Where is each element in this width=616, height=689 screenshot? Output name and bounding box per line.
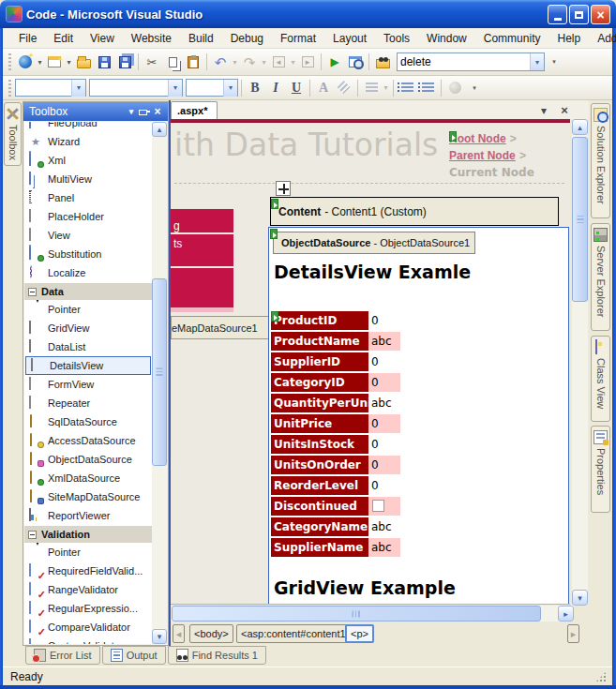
style-combo-dropdown[interactable]: ▾ [71, 80, 85, 97]
cut-button[interactable]: ✂ [142, 52, 162, 72]
toolbox-item-regularexpressionvalidator[interactable]: ✓RegularExpressio... [24, 599, 152, 618]
toolbox-item-placeholder[interactable]: PlaceHolder [24, 207, 152, 226]
smart-tag-icon[interactable] [270, 229, 278, 239]
toolbox-item-xml[interactable]: Xml [24, 151, 152, 170]
italic-button[interactable]: I [265, 78, 286, 98]
menu-build[interactable]: Build [180, 30, 222, 47]
toolbox-item-substitution[interactable]: Substitution [24, 245, 152, 263]
smart-tag-icon[interactable] [449, 131, 457, 142]
toolbox-item-sitemapdatasource[interactable]: SiteMapDataSource [24, 487, 152, 506]
redo-dropdown[interactable]: ▾ [260, 52, 268, 72]
font-input[interactable] [90, 81, 168, 96]
scroll-up-button[interactable]: ▴ [152, 122, 167, 137]
menu-addins[interactable]: Addins [589, 30, 616, 47]
navigate-back-dropdown[interactable]: ▾ [289, 52, 297, 72]
menu-tools[interactable]: Tools [375, 30, 418, 47]
search-combo-dropdown[interactable]: ▾ [530, 53, 544, 70]
toolbox-close-icon[interactable]: × [151, 105, 164, 118]
resize-grip[interactable] [595, 671, 607, 682]
server-explorer-tab[interactable]: Server Explorer [591, 223, 610, 331]
toolbox-item-accessdatasource[interactable]: AccessDataSource [24, 431, 152, 450]
move-handle[interactable] [276, 181, 291, 196]
find-in-files-button[interactable] [372, 52, 393, 72]
tag-body[interactable]: <body> [189, 624, 233, 643]
tag-p[interactable]: <p> [345, 624, 374, 643]
align-dropdown[interactable]: ▾ [382, 78, 390, 98]
toolbar-grip[interactable] [8, 53, 11, 70]
toolbox-item-gridview[interactable]: GridView [24, 319, 152, 337]
style-input[interactable] [16, 81, 71, 96]
align-left-button[interactable] [361, 78, 382, 98]
sitemapdatasource-control[interactable]: eMapDataSource1 [171, 316, 272, 339]
collapse-icon[interactable] [28, 288, 37, 296]
toolbar-overflow-button[interactable]: ▾ [548, 52, 560, 71]
search-input[interactable] [398, 54, 530, 69]
start-debug-button[interactable]: ▶ [324, 52, 345, 72]
menu-website[interactable]: Website [123, 30, 180, 47]
scrollbar-thumb[interactable] [152, 278, 167, 466]
scroll-down-button[interactable]: ▾ [152, 629, 167, 644]
copy-button[interactable] [162, 52, 183, 72]
new-website-dropdown[interactable]: ▾ [36, 52, 44, 72]
toolbox-item-detailsview[interactable]: DetailsView [25, 356, 151, 375]
menu-file[interactable]: File [10, 30, 45, 47]
document-close-icon[interactable]: × [557, 103, 572, 117]
toolbox-item-reportviewer[interactable]: ReportViewer [24, 506, 152, 525]
toolbox-menu-chevron-icon[interactable]: ▾ [125, 105, 138, 118]
toolbox-autohide-tab[interactable]: Toolbox [4, 102, 22, 166]
error-list-tab[interactable]: Error List [25, 646, 100, 665]
menu-community[interactable]: Community [475, 30, 549, 47]
toolbox-item-comparevalidator[interactable]: ✓CompareValidator [24, 618, 152, 637]
font-size-input[interactable] [187, 81, 223, 96]
content-region[interactable]: ObjectDataSource - ObjectDataSource1 Det… [268, 227, 569, 605]
toolbox-item-view[interactable]: View [24, 226, 152, 245]
paste-button[interactable] [183, 52, 203, 72]
toolbox-item-formview[interactable]: FormView [24, 375, 152, 394]
tag-scroll-left-icon[interactable]: ◂ [173, 624, 185, 643]
numbered-list-button[interactable] [417, 78, 438, 98]
toolbox-section-data[interactable]: Data [24, 282, 152, 300]
open-file-button[interactable] [73, 52, 94, 72]
toolbox-item-pointer[interactable]: Pointer [24, 543, 152, 562]
toolbox-item-repeater[interactable]: Repeater [24, 394, 152, 412]
view-in-browser-button[interactable] [345, 52, 366, 72]
toolbar-grip[interactable] [8, 80, 11, 97]
toolbar-overflow-button[interactable]: ▾ [469, 79, 480, 97]
tag-scroll-right-icon[interactable]: ▸ [567, 624, 579, 643]
collapse-icon[interactable] [28, 531, 37, 539]
scroll-right-button[interactable]: ▸ [558, 606, 574, 622]
toolbox-item-sqldatasource[interactable]: SqlDataSource [24, 412, 152, 431]
nav-menu-item[interactable]: g [171, 209, 233, 232]
toolbox-item-multiview[interactable]: MultiView [24, 170, 152, 188]
toolbox-item-requiredfieldvalidator[interactable]: ✓RequiredFieldValid... [24, 562, 152, 580]
navigate-forward-button[interactable]: ▸ [297, 52, 318, 72]
menu-format[interactable]: Format [272, 30, 324, 47]
navigate-back-button[interactable]: ◂ [268, 52, 289, 72]
toolbox-item-wizard[interactable]: ★Wizard [24, 132, 152, 151]
scrollbar-thumb[interactable] [572, 137, 588, 302]
toolbox-pin-icon[interactable] [138, 105, 151, 118]
nav-menu-item[interactable]: ts [171, 234, 233, 266]
toolbox-item-datalist[interactable]: DataList [24, 337, 152, 356]
toolbox-item-xmldatasource[interactable]: XmlDataSource [24, 469, 152, 487]
bullet-list-button[interactable] [397, 78, 417, 98]
design-surface[interactable]: ith Data Tutorials Root Node > Parent No… [171, 119, 570, 605]
toolbox-scrollbar[interactable]: ▴ ▾ [152, 122, 167, 644]
breadcrumb-root-link[interactable]: Root Node [449, 132, 506, 145]
menu-layout[interactable]: Layout [324, 30, 375, 47]
detailsview-control[interactable]: ProductID0 ProductNameabc SupplierID0 Ca… [271, 311, 402, 559]
discontinued-checkbox[interactable] [372, 500, 384, 512]
toolbox-header[interactable]: Toolbox ▾ × [23, 102, 168, 121]
menu-window[interactable]: Window [418, 30, 475, 47]
menu-debug[interactable]: Debug [222, 30, 272, 47]
menu-edit[interactable]: Edit [45, 30, 82, 47]
maximize-button[interactable] [569, 5, 589, 24]
close-button[interactable]: × [591, 5, 610, 24]
design-horizontal-scrollbar[interactable]: ▸ [171, 606, 574, 622]
smart-tag-icon[interactable] [271, 199, 278, 209]
design-vertical-scrollbar[interactable]: ▴ ▾ [572, 119, 588, 606]
hyperlink-button[interactable] [444, 78, 465, 98]
content-placeholder-header[interactable]: Content - Content1 (Custom) [270, 197, 559, 226]
toolbox-item-objectdatasource[interactable]: ObjectDataSource [24, 450, 152, 469]
toolbox-item-fileupload[interactable]: FileUpload [24, 122, 152, 132]
